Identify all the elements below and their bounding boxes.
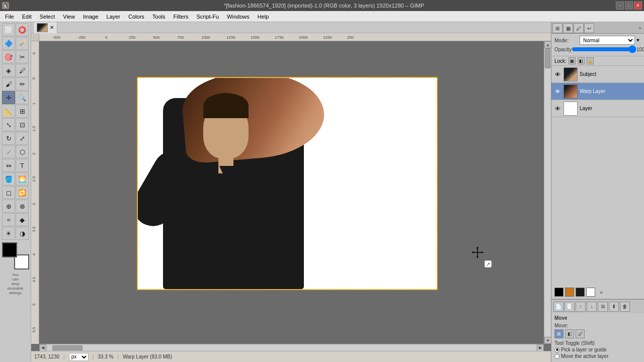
tool-paths[interactable]: 🖊 bbox=[16, 64, 29, 77]
scroll-down-button[interactable]: ▼ bbox=[544, 337, 551, 344]
layer-item-layer[interactable]: 👁 Layer bbox=[551, 100, 644, 117]
tool-measure[interactable]: 📐 bbox=[2, 105, 15, 118]
menu-tools[interactable]: Tools bbox=[148, 13, 170, 21]
radio-move-active[interactable]: Move the active layer bbox=[554, 353, 641, 359]
menu-image[interactable]: Image bbox=[79, 13, 103, 21]
color-foreground-background[interactable] bbox=[2, 242, 29, 269]
panel-tab-undo[interactable]: ↩ bbox=[584, 23, 594, 33]
tool-dodge[interactable]: ☀ bbox=[2, 227, 15, 240]
radio-pick-icon[interactable] bbox=[554, 347, 559, 352]
swatch-darkgray[interactable] bbox=[576, 288, 585, 297]
new-from-visible-button[interactable]: 📑 bbox=[565, 302, 575, 312]
tool-scale[interactable]: ⤢ bbox=[16, 132, 29, 145]
scroll-track-horizontal[interactable] bbox=[47, 345, 536, 350]
swatch-white[interactable] bbox=[586, 288, 595, 297]
window-controls[interactable]: – □ ✕ bbox=[616, 2, 642, 10]
tool-crop[interactable]: ⊡ bbox=[16, 118, 29, 131]
maximize-button[interactable]: □ bbox=[625, 2, 633, 10]
scroll-thumb-vertical[interactable] bbox=[545, 48, 550, 68]
menu-view[interactable]: View bbox=[59, 13, 79, 21]
menu-colors[interactable]: Colors bbox=[124, 13, 148, 21]
canvas-content[interactable]: ↗ bbox=[39, 41, 544, 344]
swatches-expand-button[interactable]: » bbox=[597, 288, 606, 297]
scroll-thumb-horizontal[interactable] bbox=[52, 345, 83, 350]
menu-edit[interactable]: Edit bbox=[18, 13, 36, 21]
scroll-left-button[interactable]: ◀ bbox=[39, 344, 46, 351]
tool-color-select[interactable]: 🎯 bbox=[2, 50, 15, 63]
merge-down-button[interactable]: ⬇ bbox=[609, 302, 619, 312]
tool-blur[interactable]: ≈ bbox=[2, 213, 15, 226]
tool-zoom[interactable]: 🔍 bbox=[16, 91, 29, 104]
panel-expand-button[interactable]: » bbox=[637, 25, 643, 31]
tool-text[interactable]: T bbox=[16, 159, 29, 172]
delete-layer-button[interactable]: 🗑 bbox=[620, 302, 630, 312]
tool-pencil[interactable]: ✏ bbox=[16, 77, 29, 90]
tab-close-button[interactable]: ✕ bbox=[50, 25, 54, 30]
tool-free-select[interactable]: 🔷 bbox=[2, 37, 15, 50]
tool-fill[interactable]: 🪣 bbox=[2, 172, 15, 186]
tool-paintbrush[interactable]: 🖌 bbox=[2, 77, 15, 90]
image-tab[interactable]: ✕ bbox=[33, 22, 57, 34]
tool-flip[interactable]: ⇔ bbox=[2, 159, 15, 172]
move-selection-icon[interactable]: ◧ bbox=[565, 329, 574, 338]
layer-item-warp[interactable]: 👁 Warp Layer bbox=[551, 83, 644, 100]
move-layer-icon[interactable]: ⊞ bbox=[554, 329, 564, 338]
tool-align[interactable]: ⊞ bbox=[16, 105, 29, 118]
duplicate-layer-button[interactable]: ⧉ bbox=[598, 302, 608, 312]
statusbar-unit-select[interactable]: px mm cm in bbox=[69, 353, 89, 361]
tool-perspective[interactable]: ⬡ bbox=[16, 145, 29, 158]
horizontal-scrollbar[interactable]: ◀ ▶ bbox=[39, 344, 544, 351]
raise-layer-button[interactable]: ↑ bbox=[576, 302, 586, 312]
menu-select[interactable]: Select bbox=[36, 13, 59, 21]
menu-layer[interactable]: Layer bbox=[103, 13, 125, 21]
foreground-color[interactable] bbox=[2, 242, 17, 257]
layer-eye-subject[interactable]: 👁 bbox=[553, 70, 561, 78]
panel-tab-channels[interactable]: ▦ bbox=[563, 23, 573, 33]
tool-clone[interactable]: 🔁 bbox=[16, 186, 29, 199]
menu-file[interactable]: File bbox=[1, 13, 18, 21]
layer-item-subject[interactable]: 👁 Subject bbox=[551, 66, 644, 83]
tool-rotate[interactable]: ↻ bbox=[2, 132, 15, 145]
opacity-slider[interactable] bbox=[572, 46, 636, 53]
tool-ellipse-select[interactable]: ⭕ bbox=[16, 23, 29, 36]
tool-shear[interactable]: ⟋ bbox=[2, 145, 15, 158]
tool-scissors[interactable]: ✂ bbox=[16, 50, 29, 63]
layer-eye-layer[interactable]: 👁 bbox=[553, 105, 561, 113]
mode-expand-button[interactable]: ▼ bbox=[635, 36, 641, 45]
vertical-scrollbar[interactable]: ▲ ▼ bbox=[544, 41, 551, 344]
radio-pick-layer[interactable]: Pick a layer or guide bbox=[554, 347, 641, 352]
lock-pixels-button[interactable]: ▦ bbox=[569, 57, 576, 64]
panel-tab-paths[interactable]: 🖊 bbox=[574, 23, 584, 33]
menu-help[interactable]: Help bbox=[254, 13, 273, 21]
layer-eye-warp[interactable]: 👁 bbox=[553, 87, 561, 96]
minimize-button[interactable]: – bbox=[616, 2, 624, 10]
menu-filters[interactable]: Filters bbox=[170, 13, 193, 21]
tool-foreground-select[interactable]: ◈ bbox=[2, 64, 15, 77]
lock-position-button[interactable]: 🔒 bbox=[587, 57, 594, 64]
tool-move[interactable]: ✛ bbox=[2, 91, 15, 104]
scroll-up-button[interactable]: ▲ bbox=[544, 41, 551, 48]
close-button[interactable]: ✕ bbox=[634, 2, 642, 10]
tool-eraser[interactable]: ◻ bbox=[2, 186, 15, 199]
tool-transform[interactable]: ⤡ bbox=[2, 118, 15, 131]
new-layer-button[interactable]: 📄 bbox=[553, 302, 564, 312]
scroll-right-button[interactable]: ▶ bbox=[537, 344, 544, 351]
menu-scriptfu[interactable]: Script-Fu bbox=[192, 13, 223, 21]
tool-fuzzy-select[interactable]: 🪄 bbox=[16, 37, 29, 50]
move-path-icon[interactable]: 🖊 bbox=[576, 329, 585, 338]
tool-desaturate[interactable]: ◑ bbox=[16, 227, 29, 240]
tool-perspective-clone[interactable]: ⊗ bbox=[16, 200, 29, 213]
lock-alpha-button[interactable]: ◧ bbox=[578, 57, 585, 64]
tool-blend[interactable]: 🌅 bbox=[16, 172, 29, 186]
mode-select[interactable]: Normal Multiply Screen Overlay bbox=[580, 36, 635, 45]
lower-layer-button[interactable]: ↓ bbox=[587, 302, 597, 312]
scroll-track-vertical[interactable] bbox=[544, 48, 551, 337]
menu-windows[interactable]: Windows bbox=[223, 13, 254, 21]
swatch-black[interactable] bbox=[554, 288, 564, 297]
tool-rect-select[interactable]: ⬜ bbox=[2, 23, 15, 36]
panel-tab-layers[interactable]: ⊞ bbox=[552, 23, 562, 33]
tool-sharpen[interactable]: ◆ bbox=[16, 213, 29, 226]
swatch-orange[interactable] bbox=[565, 288, 574, 297]
tool-heal[interactable]: ⊕ bbox=[2, 200, 15, 213]
radio-active-icon[interactable] bbox=[554, 354, 559, 359]
